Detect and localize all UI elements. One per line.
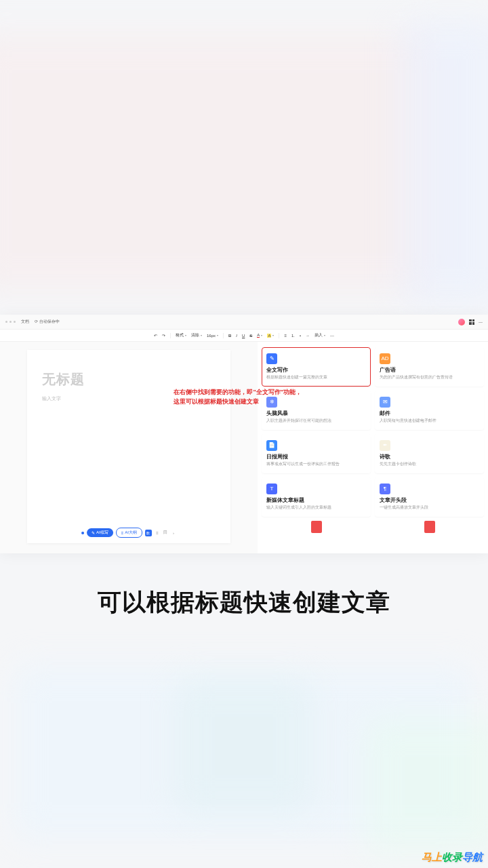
annotation-overlay: 在右侧中找到需要的功能，即"全文写作"功能， 这里可以根据标题快速创建文章 [174,387,302,407]
feature-title: 日报周报 [266,454,366,460]
feature-icon: ¶ [380,484,390,494]
app-screenshot: 文档 ⟳ 自动保存中 — ↶ ↷ 格式▾ 清除▾ 16px▾ B I U S A… [0,315,488,553]
align-button[interactable]: ≡ [284,334,287,338]
watermark-part-2: 收录 [442,851,462,864]
feature-card-0[interactable]: ✎全文写作根据标题快速创建一篇完整的文章 [262,347,371,387]
feature-icon: ✎ [266,353,277,364]
feature-desc: 入职主题并开始探讨任何可能的想法 [266,418,366,423]
watermark-part-3: 导航 [462,851,483,864]
feature-card-partial-right[interactable] [375,521,484,534]
minimize-icon[interactable]: — [479,320,483,324]
autosave-status: ⟳ 自动保存中 [35,319,60,325]
left-indicator-icon [5,321,16,323]
feature-icon: ✉ [380,397,390,408]
feature-desc: 根据标题快速创建一篇完整的文章 [266,375,366,380]
footer-next-icon[interactable]: › [171,530,176,536]
feature-title: 全文写作 [266,367,366,374]
feature-title: 新媒体文章标题 [266,497,366,504]
insert-menu[interactable]: 插入▾ [314,332,325,338]
avatar[interactable] [458,319,465,326]
undo-button[interactable]: ↶ [154,333,157,338]
annotation-line-1: 在右侧中找到需要的功能，即"全文写作"功能， [174,387,302,397]
word-count-button[interactable]: 数 [145,530,152,536]
font-size-select[interactable]: 16px▾ [207,334,218,338]
feature-card-6[interactable]: T新媒体文章标题输入关键词生成引人入胜的文章标题 [262,477,371,517]
feature-icon: AD [380,353,390,364]
underline-button[interactable]: U [242,334,245,338]
annotation-line-2: 这里可以根据标题快速创建文章 [174,397,302,406]
document-panel: 无标题 输入文字 在右侧中找到需要的功能，即"全文写作"功能， 这里可以根据标题… [0,342,258,553]
feature-panel: ✎全文写作根据标题快速创建一篇完整的文章AD广告语为您的产品快速撰写有创意的广告… [258,342,488,553]
feature-icon: 📄 [266,440,277,451]
document-title-input[interactable]: 无标题 [42,370,216,389]
feature-card-1[interactable]: AD广告语为您的产品快速撰写有创意的广告宣传语 [375,347,484,387]
feature-title: 邮件 [380,410,479,417]
feature-desc: 一键生成高播放文章开头段 [380,505,479,510]
ordered-list-button[interactable]: 1. [291,334,295,338]
document-page[interactable]: 无标题 输入文字 在右侧中找到需要的功能，即"全文写作"功能， 这里可以根据标题… [27,350,230,543]
ai-continue-button[interactable]: ✎ AI续写 [87,528,113,537]
view-mode-grid-icon[interactable]: 田 [163,530,168,536]
more-menu[interactable]: ⋯ [330,333,334,338]
feature-title: 广告语 [380,367,479,374]
feature-card-3[interactable]: ✉邮件入职简短句意快速创建电子邮件 [375,391,484,430]
feature-title: 文章开头段 [380,497,479,504]
feature-card-4[interactable]: 📄日报周报将事项点写可以生成一份详实的工作报告 [262,434,371,473]
clear-format-button[interactable]: 清除▾ [191,332,202,338]
font-color-button[interactable]: A▾ [257,333,262,338]
highlight-button[interactable]: A▾ [267,334,274,338]
watermark: 马上 收录 导航 [422,851,483,864]
indent-button[interactable]: → [306,334,310,338]
feature-desc: 凭凭主题卡创作诗歌 [380,462,479,467]
feature-desc: 将事项点写可以生成一份详实的工作报告 [266,462,366,467]
unordered-list-button[interactable]: • [300,334,301,338]
format-painter-button[interactable]: 格式▾ [176,332,186,338]
italic-button[interactable]: I [236,334,237,338]
editor-toolbar: ↶ ↷ 格式▾ 清除▾ 16px▾ B I U S A▾ A▾ ≡ 1. • →… [0,330,488,342]
feature-card-5[interactable]: ✒诗歌凭凭主题卡创作诗歌 [375,434,484,473]
footer-dot-icon [81,532,84,534]
feature-card-partial-left[interactable] [262,521,371,534]
subtitle-caption: 可以根据标题快速创建文章 [0,587,488,618]
view-mode-list-icon[interactable]: ≡ [155,530,160,536]
watermark-part-1: 马上 [422,851,442,864]
document-footer-toolbar: ✎ AI续写 ≡ AI大纲 数 ≡ 田 › [81,528,176,538]
feature-desc: 输入关键词生成引人入胜的文章标题 [266,505,366,510]
redo-button[interactable]: ↷ [162,333,165,338]
feature-title: 头脑风暴 [266,410,366,417]
strike-button[interactable]: S [249,334,252,338]
bold-button[interactable]: B [228,334,231,338]
apps-grid-icon[interactable] [469,319,474,325]
feature-card-7[interactable]: ¶文章开头段一键生成高播放文章开头段 [375,477,484,517]
feature-icon: T [266,484,277,494]
feature-icon: ✒ [380,440,390,451]
ai-outline-button[interactable]: ≡ AI大纲 [116,528,142,538]
window-topbar: 文档 ⟳ 自动保存中 — [0,315,488,330]
feature-title: 诗歌 [380,454,479,460]
feature-desc: 入职简短句意快速创建电子邮件 [380,418,479,423]
feature-desc: 为您的产品快速撰写有创意的广告宣传语 [380,375,479,380]
doc-tab-label[interactable]: 文档 [21,319,29,325]
